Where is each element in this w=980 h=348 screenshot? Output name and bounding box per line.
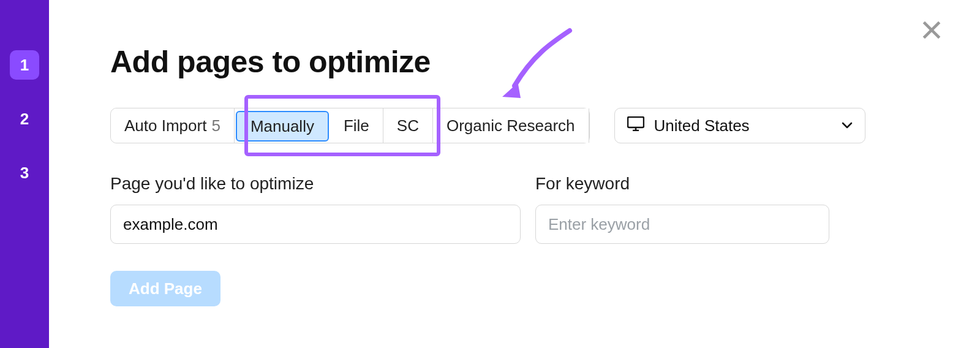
page-field: Page you'd like to optimize	[110, 174, 521, 244]
country-select[interactable]: United States	[614, 108, 865, 143]
step-2[interactable]: 2	[10, 104, 39, 134]
svg-rect-2	[628, 117, 644, 127]
tab-auto-import[interactable]: Auto Import 5	[111, 108, 235, 143]
chevron-down-icon	[842, 119, 853, 132]
tab-organic-research[interactable]: Organic Research	[433, 108, 589, 143]
tab-label: File	[344, 116, 369, 135]
tab-file[interactable]: File	[330, 108, 383, 143]
toolbar-row: Auto Import 5 Manually File SC Organic R…	[110, 108, 919, 143]
country-value: United States	[654, 116, 750, 135]
step-3[interactable]: 3	[10, 158, 39, 187]
fields-row: Page you'd like to optimize For keyword	[110, 174, 919, 244]
keyword-field: For keyword	[535, 174, 829, 244]
main-panel: Add pages to optimize Auto Import 5 Manu…	[49, 0, 980, 348]
tab-label: Organic Research	[447, 116, 575, 135]
wizard-sidebar: 1 2 3	[0, 0, 49, 348]
tab-label: Auto Import	[124, 116, 206, 135]
import-tabs: Auto Import 5 Manually File SC Organic R…	[110, 108, 590, 143]
tab-label: Manually	[251, 117, 314, 136]
desktop-icon	[627, 116, 644, 135]
page-url-input[interactable]	[110, 205, 521, 244]
step-1[interactable]: 1	[10, 50, 39, 80]
keyword-input[interactable]	[535, 205, 829, 244]
keyword-field-label: For keyword	[535, 174, 829, 194]
page-title: Add pages to optimize	[110, 44, 919, 80]
tab-sc[interactable]: SC	[383, 108, 433, 143]
tab-manually[interactable]: Manually	[236, 111, 329, 142]
add-page-button[interactable]: Add Page	[110, 271, 221, 306]
tab-count: 5	[211, 116, 220, 135]
tab-label: SC	[397, 116, 419, 135]
page-field-label: Page you'd like to optimize	[110, 174, 521, 194]
close-button[interactable]	[920, 18, 943, 44]
